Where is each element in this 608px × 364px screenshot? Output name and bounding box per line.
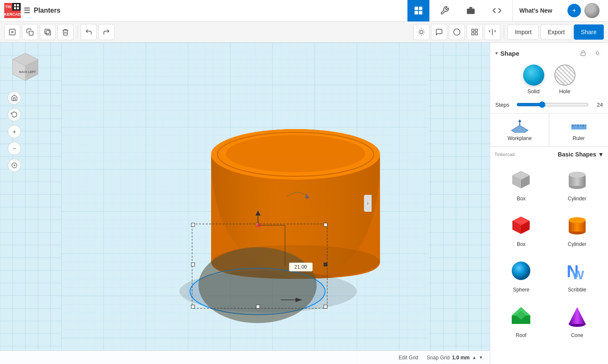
shape-title-area: ▾ Shape xyxy=(495,50,519,57)
svg-rect-13 xyxy=(46,30,51,35)
hole-option[interactable]: Hole xyxy=(554,65,575,94)
logo[interactable]: TIN KER CAD xyxy=(4,3,19,18)
import-button[interactable]: Import xyxy=(508,24,539,40)
grid-view-button[interactable] xyxy=(467,24,483,40)
shape-lock-button[interactable] xyxy=(578,48,589,59)
shape-title: Shape xyxy=(500,50,519,57)
delete-button[interactable] xyxy=(57,24,73,40)
svg-rect-55 xyxy=(256,305,260,308)
undo-button[interactable] xyxy=(81,24,97,40)
copy-button[interactable] xyxy=(22,24,38,40)
svg-rect-3 xyxy=(17,7,19,9)
dropdown-arrow-icon: ▼ xyxy=(598,151,604,158)
solid-circle xyxy=(523,65,544,86)
workplane-ruler-row: Workplane Ruler xyxy=(490,113,608,147)
snap-down-button[interactable]: ▼ xyxy=(479,355,483,360)
avatar[interactable] xyxy=(584,3,600,18)
svg-rect-27 xyxy=(472,32,474,35)
shape-thumb-cone xyxy=(563,302,592,331)
export-button[interactable]: Export xyxy=(540,24,572,40)
panel-toggle[interactable]: › xyxy=(364,195,372,212)
toolbar: Import Export Share xyxy=(0,22,608,43)
workplane-button[interactable]: Workplane xyxy=(490,113,549,146)
shape-item-cone[interactable]: Cone xyxy=(551,299,604,342)
svg-point-48 xyxy=(198,247,317,323)
svg-rect-26 xyxy=(475,29,478,31)
nav-sharecode-button[interactable] xyxy=(486,0,508,22)
share-button[interactable]: Share xyxy=(574,24,604,40)
shape-name-cyl-orange: Cylinder xyxy=(568,241,586,247)
action-buttons: Import Export Share xyxy=(413,24,604,40)
shape-item-box-gray[interactable]: Box xyxy=(494,162,548,205)
nav-build-button[interactable] xyxy=(434,0,456,22)
shape-thumb-sphere xyxy=(507,256,535,285)
svg-point-96 xyxy=(569,172,586,178)
app-title-area: ☰ Planters xyxy=(24,6,60,15)
svg-line-19 xyxy=(423,34,424,34)
shape-collapse-button[interactable]: ▾ xyxy=(495,50,498,56)
new-doc-icon xyxy=(8,28,16,36)
nav-grid-button[interactable] xyxy=(407,0,429,22)
shape-item-roof[interactable]: Roof xyxy=(494,299,548,342)
projects-icon xyxy=(466,6,475,15)
snap-up-button[interactable]: ▲ xyxy=(472,355,476,360)
menu-icon[interactable]: ☰ xyxy=(24,6,30,15)
svg-text:W: W xyxy=(572,268,584,282)
svg-rect-8 xyxy=(467,8,475,14)
new-document-button[interactable] xyxy=(4,24,20,40)
shapes-grid: Box xyxy=(494,162,604,342)
solid-label: Solid xyxy=(527,88,540,94)
shape-item-scribble[interactable]: N W Scribble xyxy=(551,253,604,296)
shape-name-box-red: Box xyxy=(517,241,526,247)
build-icon xyxy=(440,6,449,15)
shape-item-box-red[interactable]: Box xyxy=(494,208,548,251)
shape-item-sphere[interactable]: Sphere xyxy=(494,253,548,296)
steps-slider[interactable] xyxy=(516,101,589,108)
viewport[interactable]: BACK LEFT ↑ + − xyxy=(0,43,490,364)
nav-projects-button[interactable] xyxy=(460,0,482,22)
ruler-button[interactable]: Ruler xyxy=(549,113,608,146)
shape-item-cyl-orange[interactable]: Cylinder xyxy=(551,208,604,251)
svg-line-72 xyxy=(595,51,596,51)
library-header: Tinkercad Basic Shapes ▼ xyxy=(494,151,604,158)
svg-point-69 xyxy=(596,52,599,54)
svg-rect-57 xyxy=(324,263,327,266)
mirror-button[interactable] xyxy=(484,24,500,40)
edit-grid-button[interactable]: Edit Grid xyxy=(399,355,418,361)
shape-name-roof: Roof xyxy=(516,332,527,338)
solid-option[interactable]: Solid xyxy=(523,65,544,94)
main-area: BACK LEFT ↑ + − xyxy=(0,43,608,364)
circle-button[interactable] xyxy=(449,24,465,40)
library-dropdown[interactable]: Basic Shapes ▼ xyxy=(558,151,604,158)
whats-new-button[interactable]: What's New xyxy=(512,0,559,22)
comment-button[interactable] xyxy=(431,24,447,40)
svg-line-73 xyxy=(599,55,600,55)
top-navigation: TIN KER CAD ☰ Planters xyxy=(0,0,608,22)
redo-button[interactable] xyxy=(98,24,114,40)
logo-cad: CAD xyxy=(12,11,21,18)
duplicate-button[interactable] xyxy=(40,24,56,40)
svg-line-18 xyxy=(419,30,420,30)
add-user-button[interactable]: + xyxy=(567,4,581,17)
steps-row: Steps 24 xyxy=(495,101,603,108)
shape-library: Tinkercad Basic Shapes ▼ xyxy=(490,147,608,364)
shape-thumb-cyl-gray xyxy=(563,165,592,194)
grid-icon xyxy=(414,6,423,15)
shape-light-button[interactable] xyxy=(592,48,603,59)
shape-thumb-box-red xyxy=(507,211,535,240)
sharecode-icon xyxy=(492,6,502,15)
shape-name-box-gray: Box xyxy=(517,196,526,202)
lock-icon xyxy=(580,50,586,56)
svg-rect-68 xyxy=(581,53,586,55)
svg-point-24 xyxy=(454,29,460,35)
library-category: Basic Shapes xyxy=(558,151,596,158)
shape-item-cyl-gray[interactable]: Cylinder xyxy=(551,162,604,205)
svg-rect-7 xyxy=(419,11,422,14)
svg-rect-6 xyxy=(415,11,418,14)
shape-thumb-roof xyxy=(507,302,535,331)
undo-icon xyxy=(85,28,92,36)
light-button[interactable] xyxy=(413,24,429,40)
svg-rect-0 xyxy=(14,4,16,6)
hole-label: Hole xyxy=(559,88,570,94)
svg-rect-28 xyxy=(475,32,478,35)
